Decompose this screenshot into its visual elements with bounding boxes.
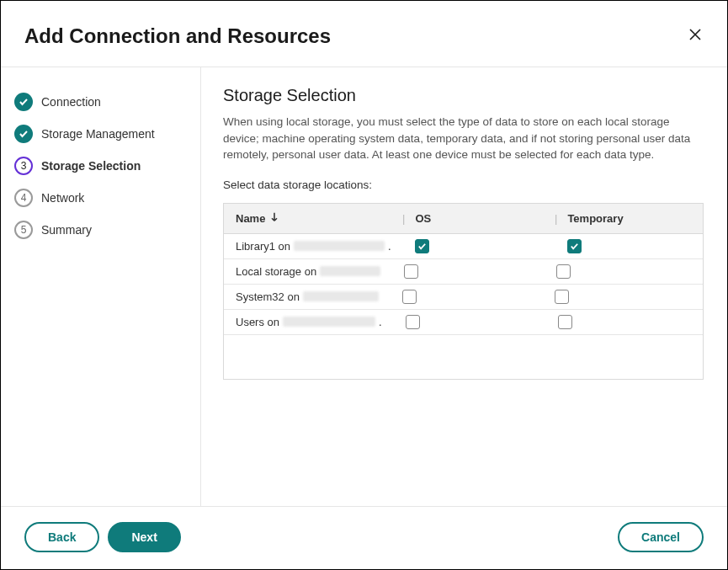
step-connection[interactable]: Connection xyxy=(14,86,187,118)
os-checkbox[interactable] xyxy=(404,264,418,279)
column-separator: | xyxy=(402,212,405,225)
close-icon xyxy=(688,27,703,45)
temporary-cell xyxy=(546,311,703,333)
table-row: Users on . xyxy=(224,310,703,335)
wizard-steps: Connection Storage Management 3 Storage … xyxy=(1,67,201,506)
step-storage-management[interactable]: Storage Management xyxy=(14,118,187,150)
col-name-label: Name xyxy=(236,212,265,225)
storage-name-cell: Library1 on . xyxy=(224,236,403,257)
step-network[interactable]: 4 Network xyxy=(14,182,187,214)
check-icon xyxy=(14,125,33,143)
storage-name-prefix: Users on xyxy=(236,316,279,328)
temporary-cell xyxy=(545,260,703,283)
temporary-cell xyxy=(543,285,703,308)
dialog-title: Add Connection and Resources xyxy=(24,24,331,48)
table-row: Library1 on . xyxy=(224,234,703,259)
cancel-button[interactable]: Cancel xyxy=(618,522,704,552)
os-checkbox[interactable] xyxy=(406,315,420,329)
os-cell xyxy=(394,311,546,333)
step-label: Summary xyxy=(41,223,92,237)
storage-name-prefix: System32 on xyxy=(236,290,300,303)
step-label: Storage Selection xyxy=(41,159,141,173)
storage-name-suffix: . xyxy=(388,240,391,253)
check-icon xyxy=(14,93,33,111)
redacted-text xyxy=(303,291,379,301)
storage-name-cell: Local storage on xyxy=(224,261,392,282)
storage-name-cell: System32 on xyxy=(224,286,391,307)
storage-name-suffix: . xyxy=(379,316,382,328)
next-button[interactable]: Next xyxy=(108,522,180,552)
step-label: Storage Management xyxy=(41,127,155,141)
col-os-label: OS xyxy=(415,212,431,225)
storage-name-prefix: Local storage on xyxy=(236,265,316,278)
storage-name-prefix: Library1 on xyxy=(236,240,290,253)
step-label: Network xyxy=(41,191,84,205)
os-checkbox[interactable] xyxy=(415,239,429,253)
col-name-header[interactable]: Name xyxy=(224,204,391,233)
step-number: 4 xyxy=(14,189,33,207)
redacted-text xyxy=(294,241,385,251)
step-number: 5 xyxy=(14,221,33,239)
step-storage-selection[interactable]: 3 Storage Selection xyxy=(14,150,187,182)
temporary-checkbox[interactable] xyxy=(558,315,572,329)
col-temp-header[interactable]: | Temporary xyxy=(543,204,703,233)
temporary-checkbox[interactable] xyxy=(555,290,569,304)
os-cell xyxy=(403,235,555,258)
table-row: System32 on xyxy=(224,285,703,310)
col-temp-label: Temporary xyxy=(567,212,623,225)
storage-table: Name | OS | Temporary Library1 on .Loc xyxy=(223,203,704,380)
close-button[interactable] xyxy=(687,28,704,45)
content-pane: Storage Selection When using local stora… xyxy=(201,67,727,506)
step-label: Connection xyxy=(41,95,101,109)
temporary-checkbox[interactable] xyxy=(556,264,571,279)
redacted-text xyxy=(320,266,380,276)
step-summary[interactable]: 5 Summary xyxy=(14,214,187,246)
redacted-text xyxy=(283,317,375,327)
temporary-checkbox[interactable] xyxy=(567,239,582,253)
dialog-footer: Back Next Cancel xyxy=(1,506,727,569)
footer-left: Back Next xyxy=(24,522,181,552)
page-description: When using local storage, you must selec… xyxy=(223,114,704,163)
add-connection-dialog: Add Connection and Resources Connection … xyxy=(0,0,728,570)
table-body: Library1 on .Local storage on System32 o… xyxy=(224,234,703,335)
os-cell xyxy=(391,285,543,308)
table-label: Select data storage locations: xyxy=(223,178,704,191)
column-separator: | xyxy=(555,212,557,225)
os-checkbox[interactable] xyxy=(402,290,417,304)
table-empty-space xyxy=(224,335,703,379)
back-button[interactable]: Back xyxy=(24,522,99,552)
sort-down-icon xyxy=(270,212,279,225)
col-os-header[interactable]: | OS xyxy=(391,204,543,233)
step-number: 3 xyxy=(14,157,33,175)
storage-name-cell: Users on . xyxy=(224,312,394,333)
temporary-cell xyxy=(555,235,703,258)
dialog-header: Add Connection and Resources xyxy=(1,1,727,67)
page-heading: Storage Selection xyxy=(223,86,704,105)
os-cell xyxy=(392,260,545,283)
dialog-body: Connection Storage Management 3 Storage … xyxy=(1,67,727,506)
table-header: Name | OS | Temporary xyxy=(224,204,703,234)
table-row: Local storage on xyxy=(224,259,703,285)
